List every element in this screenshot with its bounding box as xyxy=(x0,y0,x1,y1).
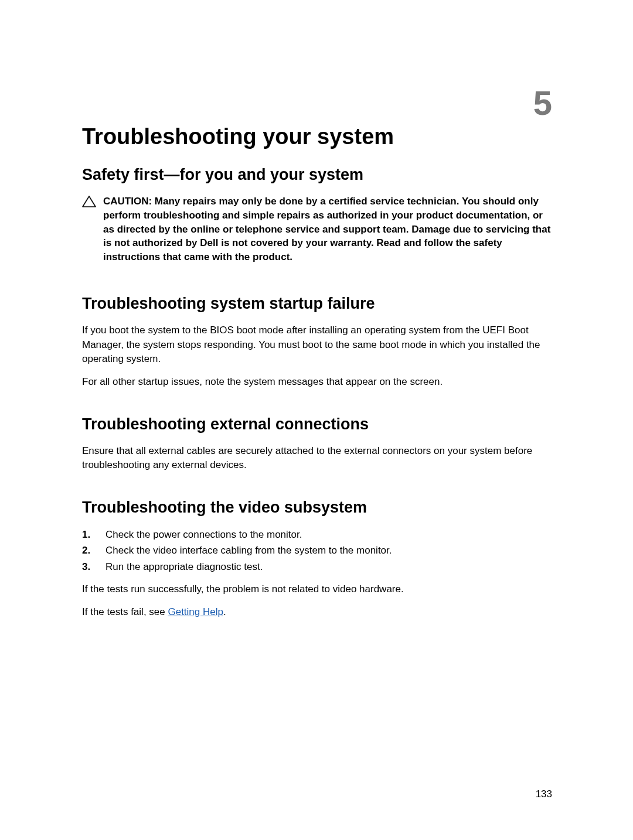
text-span: If the tests fail, see xyxy=(82,606,168,617)
paragraph: For all other startup issues, note the s… xyxy=(82,375,552,390)
paragraph: Ensure that all external cables are secu… xyxy=(82,444,552,473)
section-safety: Safety first—for you and your system CAU… xyxy=(82,166,552,264)
page-title: Troubleshooting your system xyxy=(82,124,552,149)
section-video: Troubleshooting the video subsystem Chec… xyxy=(82,498,552,620)
document-page: 5 Troubleshooting your system Safety fir… xyxy=(0,0,633,620)
heading-safety: Safety first—for you and your system xyxy=(82,166,552,184)
heading-startup: Troubleshooting system startup failure xyxy=(82,295,552,313)
caution-icon xyxy=(82,196,96,207)
caution-text: CAUTION: Many repairs may only be done b… xyxy=(103,194,552,264)
list-item: Run the appropriate diagnostic test. xyxy=(82,559,552,575)
paragraph: If the tests run successfully, the probl… xyxy=(82,582,552,597)
page-number: 133 xyxy=(536,788,552,800)
list-item: Check the power connections to the monit… xyxy=(82,527,552,542)
paragraph: If you boot the system to the BIOS boot … xyxy=(82,323,552,367)
text-span: . xyxy=(223,606,226,617)
section-external: Troubleshooting external connections Ens… xyxy=(82,415,552,473)
ordered-list: Check the power connections to the monit… xyxy=(82,527,552,575)
section-startup: Troubleshooting system startup failure I… xyxy=(82,295,552,390)
heading-external: Troubleshooting external connections xyxy=(82,415,552,433)
caution-block: CAUTION: Many repairs may only be done b… xyxy=(82,194,552,264)
heading-video: Troubleshooting the video subsystem xyxy=(82,498,552,517)
list-item: Check the video interface cabling from t… xyxy=(82,543,552,558)
chapter-number: 5 xyxy=(533,83,552,122)
getting-help-link[interactable]: Getting Help xyxy=(168,606,223,617)
paragraph: If the tests fail, see Getting Help. xyxy=(82,605,552,620)
